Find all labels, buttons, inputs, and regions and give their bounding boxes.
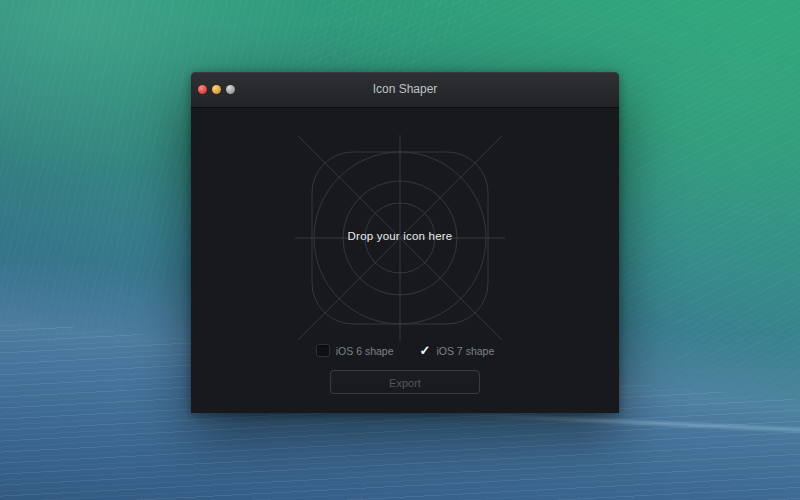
checkbox-label: iOS 6 shape [336,345,394,357]
app-window: Icon Shaper Drop your icon here [191,72,619,413]
checkbox-ios6-shape[interactable]: iOS 6 shape [316,344,394,357]
checkbox-ios7-shape[interactable]: ✓ iOS 7 shape [420,345,495,357]
export-button[interactable]: Export [330,370,480,394]
checkmark-icon: ✓ [420,345,431,356]
title-bar[interactable]: Icon Shaper [191,72,619,108]
window-title: Icon Shaper [191,72,619,107]
window-content: Drop your icon here iOS 6 shape ✓ iOS 7 … [191,108,619,414]
shape-options: iOS 6 shape ✓ iOS 7 shape [191,343,619,358]
icon-dropzone[interactable]: Drop your icon here [191,108,619,414]
checkbox-unchecked-icon [316,344,330,357]
icon-grid-template [191,108,619,414]
checkbox-label: iOS 7 shape [436,345,494,357]
dropzone-label: Drop your icon here [191,230,609,242]
